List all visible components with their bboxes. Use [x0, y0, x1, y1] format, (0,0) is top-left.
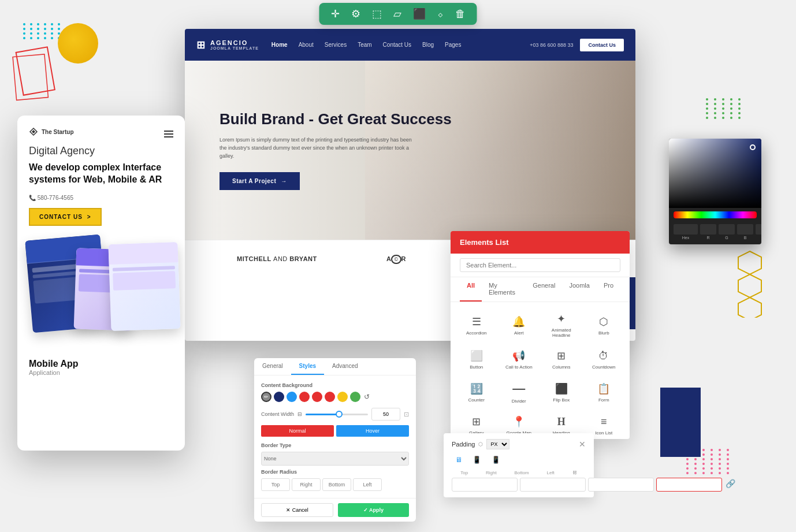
styles-apply-button[interactable]: ✓ Apply	[338, 503, 409, 517]
tab-advanced[interactable]: Advanced	[324, 358, 366, 375]
mobile-tab[interactable]: 📱	[488, 454, 504, 466]
cta-label: Call to Action	[505, 364, 533, 370]
tab-pro[interactable]: Pro	[597, 277, 620, 302]
color-cursor[interactable]	[750, 144, 756, 150]
blurb-icon: ⬡	[599, 315, 608, 328]
swatch-red3[interactable]	[325, 392, 335, 402]
padding-top-input[interactable]	[452, 478, 518, 492]
state-hover-button[interactable]: Hover	[336, 425, 409, 437]
width-slider-thumb[interactable]	[336, 411, 343, 418]
hex-input[interactable]: 3b35dc	[674, 224, 698, 235]
move-icon[interactable]: ✛	[331, 8, 340, 20]
hero-section: Build Brand - Get Great Success Lorem Ip…	[185, 61, 635, 240]
swatch-yellow[interactable]	[337, 392, 348, 402]
blurb-label: Blurb	[598, 330, 609, 336]
padding-bottom-input[interactable]	[588, 478, 654, 492]
border-radius-label: Border Radius	[261, 469, 409, 475]
nav-team[interactable]: Team	[356, 39, 373, 50]
padding-unit-select[interactable]: PX % EM	[486, 439, 509, 449]
green-input[interactable]: 53	[719, 224, 735, 235]
red-input[interactable]: 59	[700, 224, 716, 235]
tab-all[interactable]: All	[460, 277, 482, 302]
width-input[interactable]	[371, 408, 400, 421]
color-gradient[interactable]	[669, 139, 761, 208]
swatch-pencil[interactable]: ✏	[261, 392, 271, 402]
tab-styles[interactable]: Styles	[291, 358, 324, 375]
mobile-heading: Digital Agency	[29, 145, 173, 157]
tab-my-elements[interactable]: My Elements	[482, 277, 526, 302]
padding-link-toggle[interactable]: 🔗	[724, 478, 737, 492]
styles-cancel-button[interactable]: ✕ Cancel	[261, 503, 333, 517]
swatch-red2[interactable]	[312, 392, 322, 402]
website-logo: ⊞ AGENCIO JOOMLA TEMPLATE	[196, 39, 259, 51]
duplicate-icon[interactable]: ⬚	[372, 8, 382, 20]
hero-cta-button[interactable]: Start A Project →	[220, 172, 300, 190]
desktop-tab[interactable]: 🖥	[452, 454, 466, 466]
mobile-logo-icon	[29, 127, 38, 136]
radius-top-input[interactable]	[261, 478, 290, 491]
bottom-label: Bottom	[514, 470, 529, 475]
padding-close-button[interactable]: ✕	[579, 440, 586, 449]
nav-contact[interactable]: Contact Us	[382, 39, 412, 50]
nav-pages[interactable]: Pages	[444, 39, 462, 50]
element-blurb[interactable]: ⬡ Blurb	[584, 308, 624, 343]
swatch-lightblue[interactable]	[287, 392, 297, 402]
nav-home[interactable]: Home	[270, 39, 289, 50]
nav-blog[interactable]: Blog	[421, 39, 435, 50]
element-animated-headline[interactable]: ✦ Animated Headline	[541, 308, 582, 343]
element-flip-box[interactable]: ⬛ Flip Box	[541, 377, 582, 408]
tab-general[interactable]: General	[526, 277, 562, 302]
left-label: Left	[547, 470, 555, 475]
svg-marker-2	[738, 251, 761, 274]
tab-joomla[interactable]: Joomla	[562, 277, 596, 302]
element-call-to-action[interactable]: 📢 Call to Action	[499, 345, 540, 374]
elements-search-input[interactable]	[460, 258, 620, 272]
mobile-cta-button[interactable]: CONTACT US >	[29, 208, 102, 226]
swatch-blue[interactable]	[274, 392, 284, 402]
padding-right-input[interactable]	[520, 478, 586, 492]
color-rainbow-slider[interactable]	[674, 211, 757, 218]
animated-headline-icon: ✦	[557, 312, 566, 325]
top-label: Top	[460, 470, 468, 475]
border-type-select[interactable]: None Solid Dashed Dotted	[261, 452, 409, 466]
resize-icon[interactable]: ▱	[393, 8, 401, 20]
alert-icon: 🔔	[512, 315, 525, 328]
alpha-input[interactable]: 100	[756, 224, 761, 235]
radius-right-input[interactable]	[292, 478, 321, 491]
svg-marker-3	[738, 274, 761, 297]
blue-rect-decoration	[660, 388, 701, 457]
width-slider-track[interactable]	[306, 414, 368, 415]
b-label: B	[744, 236, 747, 240]
trash-icon[interactable]: 🗑	[455, 8, 466, 20]
nav-about[interactable]: About	[297, 39, 315, 50]
radius-left-input[interactable]	[353, 478, 382, 491]
tab-general-style[interactable]: General	[254, 358, 291, 375]
nav-cta-button[interactable]: Contact Us	[580, 39, 624, 51]
layout-icon[interactable]: ⬛	[413, 8, 426, 20]
radius-bottom-input[interactable]	[322, 478, 351, 491]
reset-icon[interactable]: ↺	[364, 393, 370, 401]
element-alert[interactable]: 🔔 Alert	[499, 308, 540, 343]
element-counter[interactable]: 🔢 Counter	[456, 377, 497, 408]
blue-input[interactable]: 220	[737, 224, 753, 235]
button-label: Button	[470, 364, 483, 370]
element-button[interactable]: ⬜ Button	[456, 345, 497, 374]
element-divider[interactable]: — Divider	[499, 377, 540, 408]
element-accordion[interactable]: ☰ Accordion	[456, 308, 497, 343]
border-section: Border Type None Solid Dashed Dotted Bor…	[261, 442, 409, 491]
mobile-hamburger[interactable]	[164, 131, 173, 137]
swatch-green[interactable]	[350, 392, 360, 402]
settings-icon[interactable]: ⚙	[351, 8, 360, 20]
border-radius-inputs	[261, 478, 409, 491]
state-normal-button[interactable]: Normal	[261, 425, 334, 437]
swatch-red1[interactable]	[299, 392, 310, 402]
tablet-tab[interactable]: 📱	[469, 454, 485, 466]
width-slider-fill	[306, 414, 337, 415]
link-icon[interactable]: ⬦	[437, 8, 444, 20]
nav-services[interactable]: Services	[323, 39, 348, 50]
styles-footer: ✕ Cancel ✓ Apply	[254, 498, 416, 522]
element-columns[interactable]: ⊞ Columns	[541, 345, 582, 374]
padding-left-input[interactable]	[656, 478, 722, 492]
element-form[interactable]: 📋 Form	[584, 377, 624, 408]
element-countdown[interactable]: ⏱ Countdown	[584, 345, 624, 374]
